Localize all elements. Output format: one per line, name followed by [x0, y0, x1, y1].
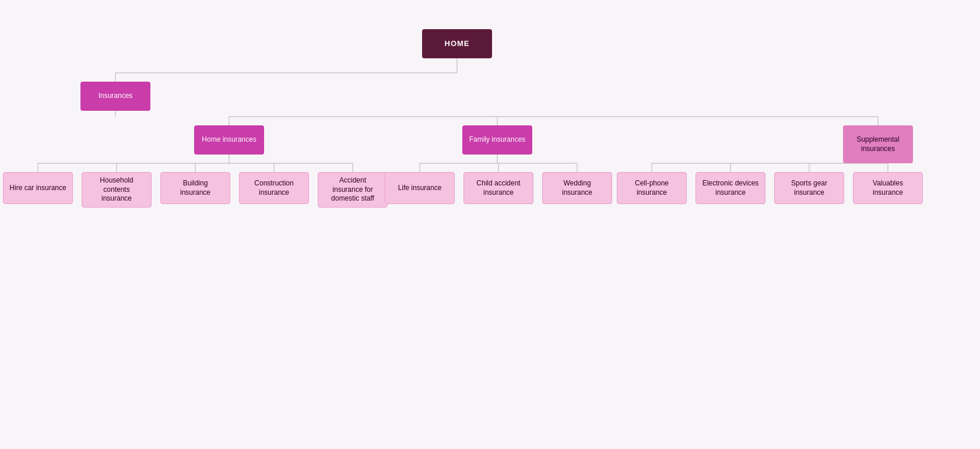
tree-container: HOMEInsurancesHome insurancesFamily insu…	[0, 0, 980, 292]
node-electronic-devices-insurance[interactable]: Electronic devices insurance	[696, 172, 765, 204]
node-label: Accident insurance for domestic staff	[324, 176, 381, 204]
node-valuables-insurance[interactable]: Valuables insurance	[853, 172, 923, 204]
node-label: Hire car insurance	[9, 184, 66, 193]
node-supplemental-insurances[interactable]: Supplemental insurances	[843, 125, 913, 163]
node-label: Household contents insurance	[88, 176, 145, 204]
node-construction-insurance[interactable]: Construction insurance	[239, 172, 309, 204]
node-label: Electronic devices insurance	[702, 179, 759, 197]
node-label: Valuables insurance	[859, 179, 916, 197]
node-label: Cell-phone insurance	[623, 179, 680, 197]
node-label: Insurances	[99, 92, 133, 101]
node-label: Life insurance	[398, 184, 442, 193]
node-hire-car-insurance[interactable]: Hire car insurance	[3, 172, 73, 204]
node-life-insurance[interactable]: Life insurance	[385, 172, 455, 204]
tree-wrapper: HOMEInsurancesHome insurancesFamily insu…	[0, 12, 980, 257]
node-label: Building insurance	[167, 179, 224, 197]
node-label: Child accident insurance	[470, 179, 527, 197]
node-label: Family insurances	[469, 135, 526, 145]
node-family-insurances[interactable]: Family insurances	[462, 125, 532, 155]
node-home-insurances[interactable]: Home insurances	[194, 125, 264, 155]
node-insurances[interactable]: Insurances	[80, 82, 150, 111]
node-wedding-insurance[interactable]: Wedding insurance	[542, 172, 612, 204]
node-sports-gear-insurance[interactable]: Sports gear insurance	[774, 172, 844, 204]
node-label: Home insurances	[202, 135, 256, 145]
node-home[interactable]: HOME	[422, 29, 492, 58]
node-cell-phone-insurance[interactable]: Cell-phone insurance	[617, 172, 687, 204]
node-child-accident-insurance[interactable]: Child accident insurance	[463, 172, 533, 204]
node-label: HOME	[445, 39, 470, 49]
node-label: Supplemental insurances	[849, 135, 907, 153]
node-household-contents-insurance[interactable]: Household contents insurance	[82, 172, 152, 208]
node-label: Wedding insurance	[549, 179, 606, 197]
node-building-insurance[interactable]: Building insurance	[160, 172, 230, 204]
node-accident-insurance-for-domestic-staff[interactable]: Accident insurance for domestic staff	[318, 172, 388, 208]
node-label: Construction insurance	[245, 179, 303, 197]
node-label: Sports gear insurance	[781, 179, 838, 197]
